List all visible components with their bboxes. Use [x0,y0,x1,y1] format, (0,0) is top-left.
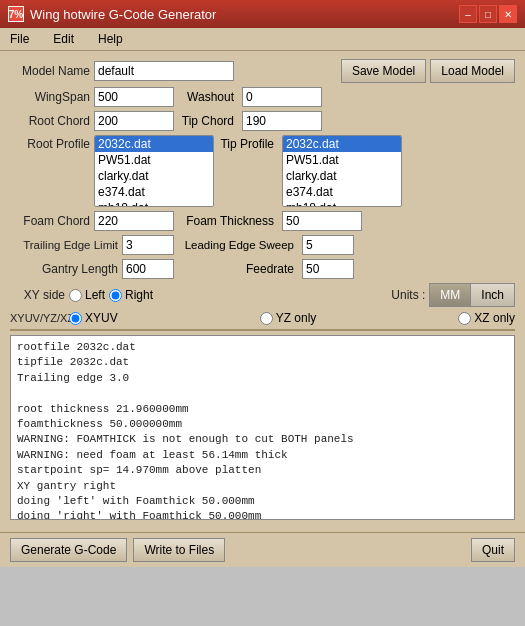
xy-units-row: XY side Left Right Units : MM Inch [10,283,515,307]
units-selector: MM Inch [429,283,515,307]
gantry-length-input[interactable] [122,259,174,279]
output-line: WARNING: need foam at least 56.14mm thic… [17,448,508,463]
leading-edge-sweep-input[interactable] [302,235,354,255]
edge-row: Trailing Edge Limit Leading Edge Sweep [10,235,515,255]
units-inch-button[interactable]: Inch [471,284,514,306]
load-model-button[interactable]: Load Model [430,59,515,83]
output-line: XY gantry right [17,479,508,494]
trailing-edge-limit-label: Trailing Edge Limit [10,239,118,251]
menu-bar: File Edit Help [0,28,525,51]
foam-chord-input[interactable] [94,211,174,231]
output-line: root thickness 21.960000mm [17,402,508,417]
output-line: tipfile 2032c.dat [17,355,508,370]
xz-only-label: XZ only [474,311,515,325]
xy-right-radio[interactable] [109,289,122,302]
yz-only-radio[interactable] [260,312,273,325]
wingspan-label: WingSpan [10,90,90,104]
output-line: Trailing edge 3.0 [17,371,508,386]
xy-side-label: XY side [10,288,65,302]
xy-right-label: Right [125,288,153,302]
wingspan-input[interactable] [94,87,174,107]
gantry-length-label: Gantry Length [10,262,118,276]
foam-thickness-label: Foam Thickness [178,214,278,228]
foam-thickness-input[interactable] [282,211,362,231]
trailing-edge-limit-input[interactable] [122,235,174,255]
output-line: rootfile 2032c.dat [17,340,508,355]
output-line: WARNING: FOAMTHICK is not enough to cut … [17,432,508,447]
tip-chord-input[interactable] [242,111,322,131]
gantry-row: Gantry Length Feedrate [10,259,515,279]
minimize-button[interactable]: – [459,5,477,23]
xyuv-mode-label: XYUV [85,311,118,325]
root-profile-label: Root Profile [10,135,90,151]
xyuv-radio[interactable] [69,312,82,325]
xy-left-radio[interactable] [69,289,82,302]
app-icon: 7% [8,6,24,22]
yz-only-option[interactable]: YZ only [260,311,317,325]
model-name-label: Model Name [10,64,90,78]
foam-chord-label: Foam Chord [10,214,90,228]
output-divider [10,329,515,331]
wingspan-row: WingSpan Washout [10,87,515,107]
xyuv-label: XYUV/YZ/XZ [10,312,65,324]
xy-left-option[interactable]: Left [69,288,105,302]
output-line: startpoint sp= 14.970mm above platten [17,463,508,478]
output-line: foamthickness 50.000000mm [17,417,508,432]
units-mm-button[interactable]: MM [430,284,471,306]
xz-only-radio[interactable] [458,312,471,325]
chord-row: Root Chord Tip Chord [10,111,515,131]
xyuv-row: XYUV/YZ/XZ XYUV YZ only XZ only [10,311,515,325]
bottom-bar: Generate G-Code Write to Files Quit [0,532,525,567]
root-profile-listbox[interactable]: 2032c.dat PW51.dat clarky.dat e374.dat m… [94,135,214,207]
window-title: Wing hotwire G-Code Generator [30,7,216,22]
title-bar: 7% Wing hotwire G-Code Generator – □ ✕ [0,0,525,28]
save-model-button[interactable]: Save Model [341,59,426,83]
main-content: Model Name Save Model Load Model WingSpa… [0,51,525,532]
units-label: Units : [385,288,425,302]
profile-row: Root Profile 2032c.dat PW51.dat clarky.d… [10,135,515,207]
model-name-row: Model Name Save Model Load Model [10,59,515,83]
maximize-button[interactable]: □ [479,5,497,23]
write-files-button[interactable]: Write to Files [133,538,225,562]
tip-profile-label: Tip Profile [218,135,278,151]
xy-left-label: Left [85,288,105,302]
output-area[interactable]: rootfile 2032c.dattipfile 2032c.dat Trai… [10,335,515,520]
foam-row: Foam Chord Foam Thickness [10,211,515,231]
feedrate-label: Feedrate [178,262,298,276]
output-line: doing 'right' with Foamthick 50.000mm [17,509,508,520]
xy-right-option[interactable]: Right [109,288,153,302]
menu-edit[interactable]: Edit [47,30,80,48]
xz-only-option[interactable]: XZ only [458,311,515,325]
washout-label: Washout [178,90,238,104]
output-line: doing 'left' with Foamthick 50.000mm [17,494,508,509]
tip-chord-label: Tip Chord [178,114,238,128]
yz-only-label: YZ only [276,311,317,325]
quit-button[interactable]: Quit [471,538,515,562]
menu-file[interactable]: File [4,30,35,48]
feedrate-input[interactable] [302,259,354,279]
generate-gcode-button[interactable]: Generate G-Code [10,538,127,562]
xyuv-option[interactable]: XYUV [69,311,118,325]
close-button[interactable]: ✕ [499,5,517,23]
root-chord-input[interactable] [94,111,174,131]
washout-input[interactable] [242,87,322,107]
tip-profile-listbox[interactable]: 2032c.dat PW51.dat clarky.dat e374.dat m… [282,135,402,207]
root-chord-label: Root Chord [10,114,90,128]
leading-edge-sweep-label: Leading Edge Sweep [178,239,298,251]
model-name-input[interactable] [94,61,234,81]
menu-help[interactable]: Help [92,30,129,48]
